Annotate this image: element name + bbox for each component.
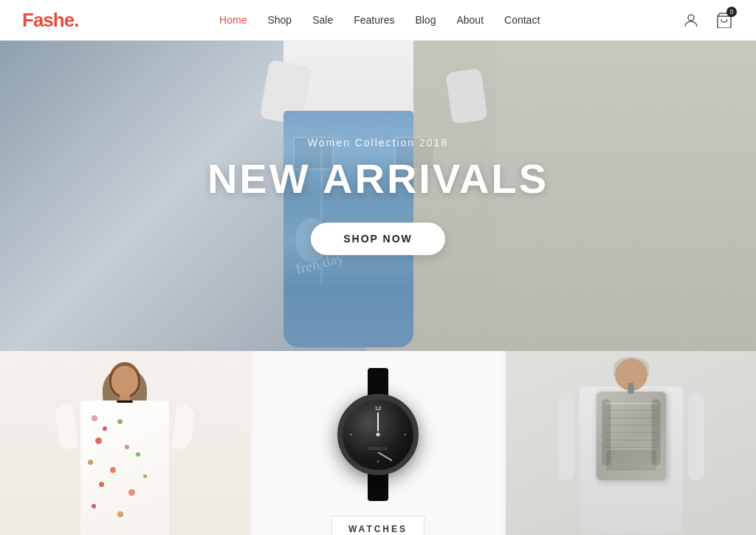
nav-item-contact[interactable]: Contact (504, 14, 540, 26)
nav-item-home[interactable]: Home (219, 14, 247, 26)
product-section: 12 COACH WATCHES (0, 351, 756, 535)
hero-subtitle: Women Collection 2018 (207, 137, 549, 149)
nav-item-blog[interactable]: Blog (415, 14, 436, 26)
product-card-dress[interactable] (0, 351, 250, 535)
product-card-watch[interactable]: 12 COACH WATCHES (250, 351, 504, 535)
shop-now-button[interactable]: SHOP NOW (311, 222, 445, 255)
cart-count: 0 (726, 7, 737, 17)
nav-item-shop[interactable]: Shop (267, 14, 292, 26)
hero-title: NEW ARRIVALS (207, 156, 549, 202)
user-icon[interactable] (681, 10, 701, 30)
product-card-backpack[interactable] (503, 351, 756, 535)
site-logo[interactable]: Fashe. (22, 9, 78, 32)
site-header: Fashe. Home Shop Sale Features Blog Abou… (0, 0, 756, 41)
nav-item-about[interactable]: About (456, 14, 484, 26)
hero-content: Women Collection 2018 NEW ARRIVALS SHOP … (207, 137, 549, 255)
hero-section: fren day Women Collection 2018 NEW ARRIV… (0, 41, 756, 351)
nav-item-features[interactable]: Features (354, 14, 394, 26)
main-nav: Home Shop Sale Features Blog About Conta… (219, 14, 540, 26)
logo-dot: . (74, 9, 78, 31)
cart-icon[interactable]: 0 (713, 10, 734, 30)
nav-item-sale[interactable]: Sale (312, 14, 333, 26)
header-icons: 0 (681, 10, 734, 30)
svg-point-0 (688, 15, 694, 21)
logo-text: Fashe (22, 9, 74, 31)
watches-label: WATCHES (348, 524, 408, 534)
